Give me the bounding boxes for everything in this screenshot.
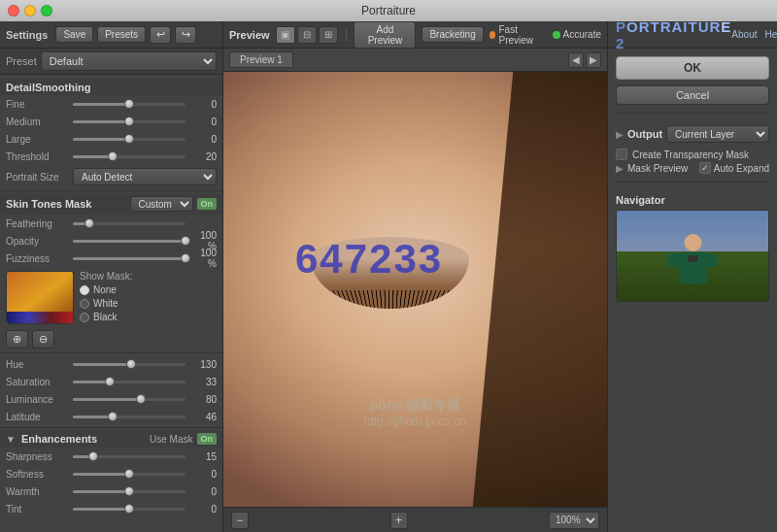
create-transparency-label: Create Transparency Mask: [632, 150, 749, 160]
accurate-label[interactable]: Accurate: [563, 29, 601, 40]
lashes: [311, 290, 469, 309]
preset-row: Preset Default: [0, 49, 222, 75]
threshold-label: Threshold: [6, 151, 69, 162]
enhancements-title: Enhancements: [21, 433, 146, 445]
accurate-option: Accurate: [553, 29, 601, 40]
title-bar: Portraiture: [0, 0, 777, 21]
saturation-track[interactable]: [73, 381, 186, 383]
undo-button[interactable]: ↩: [150, 26, 171, 44]
sharpness-track[interactable]: [73, 455, 186, 458]
prev-arrow[interactable]: ◀: [568, 52, 584, 68]
output-select[interactable]: Current Layer New Layer: [666, 125, 769, 143]
tint-value: 0: [189, 504, 217, 515]
portrait-size-label: Portrait Size: [6, 172, 69, 183]
zoom-select[interactable]: 100% 50% 200% Fit: [549, 512, 599, 529]
latitude-slider-row: Latitude 46: [0, 408, 222, 425]
zoom-out-button[interactable]: −: [231, 512, 249, 529]
softness-label: Softness: [6, 469, 69, 480]
latitude-track[interactable]: [73, 416, 186, 418]
preset-select[interactable]: Default: [41, 51, 217, 71]
preview-canvas: 647233 poco 摄影专题 http://photo.poco.cn: [223, 72, 607, 507]
left-toolbar: Settings Save Presets ↩ ↪: [0, 21, 222, 49]
single-view-btn[interactable]: ▣: [276, 26, 295, 44]
fast-preview-label[interactable]: Fast Preview: [498, 24, 546, 46]
minimize-button[interactable]: [24, 5, 36, 17]
skin-tones-on-badge[interactable]: On: [197, 198, 218, 210]
luminance-slider-row: Luminance 80: [0, 390, 222, 408]
softness-track[interactable]: [73, 473, 186, 476]
fuzziness-track[interactable]: [73, 257, 186, 260]
separator: [346, 28, 347, 42]
enhancements-on-badge[interactable]: On: [197, 433, 218, 445]
center-panel: Preview ▣ ⊟ ⊞ Add Preview Bracketing Fas…: [223, 21, 607, 532]
feathering-track[interactable]: [73, 222, 186, 225]
output-arrow[interactable]: ▶: [616, 129, 624, 140]
close-button[interactable]: [8, 5, 19, 17]
help-link[interactable]: Help: [765, 29, 778, 40]
softness-slider-row: Softness 0: [0, 465, 222, 482]
medium-value: 0: [189, 116, 217, 127]
mask-white-radio[interactable]: [80, 299, 89, 309]
presets-button[interactable]: Presets: [97, 26, 146, 43]
warmth-track[interactable]: [73, 490, 186, 493]
skin-tones-preset[interactable]: Custom: [130, 196, 193, 212]
medium-track[interactable]: [73, 120, 186, 123]
mask-none-row: None: [80, 284, 132, 295]
color-picker-area: Show Mask: None White Black: [0, 267, 222, 328]
eyedropper-btn[interactable]: ⊕: [6, 330, 28, 349]
mask-black-radio[interactable]: [80, 313, 89, 322]
collapse-arrow[interactable]: ▼: [6, 434, 16, 445]
large-track[interactable]: [73, 138, 186, 141]
about-link[interactable]: About: [731, 29, 757, 40]
eyedropper-subtract-btn[interactable]: ⊖: [32, 330, 54, 349]
threshold-track[interactable]: [73, 155, 186, 158]
medium-slider-row: Medium 0: [0, 113, 222, 130]
mask-white-row: White: [80, 298, 132, 309]
opacity-label: Opacity: [6, 236, 69, 247]
hue-label: Hue: [6, 359, 69, 370]
color-swatch[interactable]: [6, 271, 74, 324]
save-button[interactable]: Save: [55, 26, 93, 43]
right-header: PORTRAITURE 2 About Help: [608, 21, 777, 49]
luminance-track[interactable]: [73, 398, 186, 401]
preview-toolbar: Preview ▣ ⊟ ⊞ Add Preview Bracketing Fas…: [223, 21, 607, 49]
left-content: DetailSmoothing Fine 0 Medium 0 Large: [0, 75, 222, 532]
nav-camera: [688, 255, 697, 262]
dual-view-btn[interactable]: ⊞: [319, 26, 338, 44]
detail-smoothing-header: DetailSmoothing: [0, 79, 222, 95]
portrait-size-select[interactable]: Auto Detect: [73, 168, 217, 185]
preview-tab-1[interactable]: Preview 1: [229, 51, 293, 68]
mask-none-radio[interactable]: [80, 285, 89, 295]
maximize-button[interactable]: [41, 5, 52, 17]
hue-track[interactable]: [73, 363, 186, 366]
skin-tones-header: Skin Tones Mask Custom On: [0, 193, 222, 215]
auto-expand-label: Auto Expand: [714, 163, 769, 174]
fuzziness-slider-row: Fuzziness 100 %: [0, 249, 222, 267]
saturation-value: 33: [189, 377, 217, 387]
output-label: Output: [627, 128, 662, 140]
ok-button[interactable]: OK: [616, 56, 769, 80]
auto-expand-checkbox[interactable]: ✓: [699, 162, 711, 174]
fine-track[interactable]: [73, 103, 186, 106]
use-mask-label: Use Mask: [150, 434, 192, 445]
bracketing-button[interactable]: Bracketing: [422, 26, 483, 43]
auto-expand-check: ✓ Auto Expand: [699, 162, 769, 174]
create-transparency-checkbox[interactable]: [616, 149, 627, 160]
opacity-track[interactable]: [73, 240, 186, 243]
eyedropper-row: ⊕ ⊖: [0, 328, 222, 350]
watermark-url: http://photo.poco.cn: [364, 415, 466, 428]
redo-button[interactable]: ↪: [175, 26, 196, 44]
split-view-btn[interactable]: ⊟: [297, 26, 317, 44]
tint-track[interactable]: [73, 508, 186, 511]
saturation-slider-row: Saturation 33: [0, 373, 222, 390]
next-arrow[interactable]: ▶: [586, 52, 601, 68]
zoom-in-button[interactable]: +: [390, 512, 408, 529]
threshold-slider-row: Threshold 20: [0, 148, 222, 165]
warmth-slider-row: Warmth 0: [0, 482, 222, 500]
create-transparency-row: Create Transparency Mask: [616, 147, 769, 162]
warmth-label: Warmth: [6, 486, 69, 497]
mask-preview-arrow[interactable]: ▶: [616, 163, 624, 174]
cancel-button[interactable]: Cancel: [616, 85, 769, 105]
add-preview-button[interactable]: Add Preview: [354, 21, 416, 49]
left-panel: Settings Save Presets ↩ ↪ Preset Default…: [0, 21, 223, 532]
